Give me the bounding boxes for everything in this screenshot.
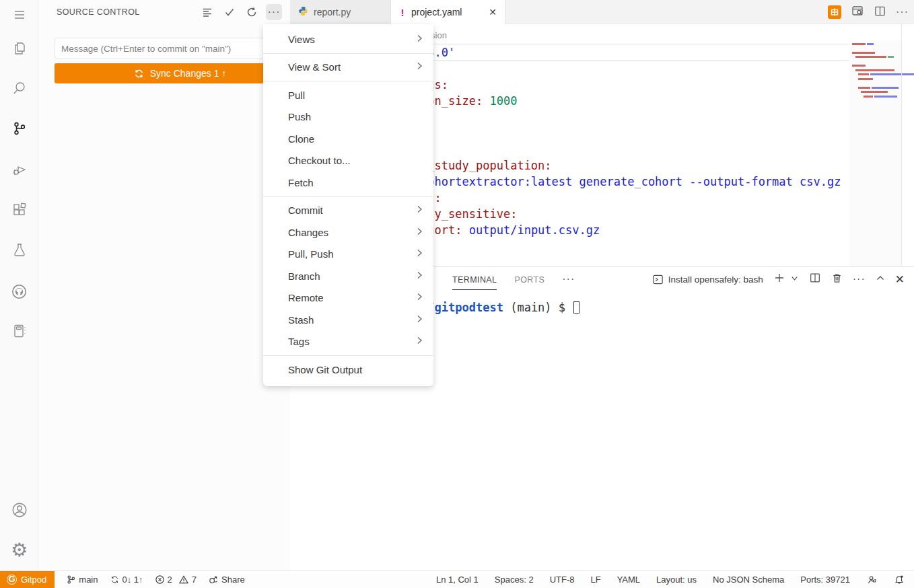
trash-icon[interactable]	[831, 272, 843, 287]
menu-item-show-git-output[interactable]: Show Git Output	[263, 359, 433, 381]
menu-separator	[263, 196, 433, 197]
tab-bar: report.py ! project.yaml ✕ ···	[290, 0, 914, 24]
menu-item-pull-push[interactable]: Pull, Push	[263, 244, 433, 266]
activity-bar: ⚙	[0, 0, 38, 571]
more-actions-icon[interactable]: ···	[266, 4, 282, 20]
tab-report-py[interactable]: report.py	[290, 0, 391, 24]
chevron-right-icon	[415, 292, 424, 303]
run-debug-icon[interactable]	[0, 155, 38, 184]
menu-item-branch[interactable]: Branch	[263, 265, 433, 287]
refresh-icon[interactable]	[244, 4, 260, 20]
minimap-line	[852, 52, 875, 54]
menu-separator	[263, 355, 433, 356]
chevron-right-icon	[415, 270, 424, 282]
minimap-scrollbar[interactable]	[901, 24, 902, 266]
sync-changes-label: Sync Changes 1 ↑	[150, 68, 227, 79]
chevron-right-icon	[415, 61, 424, 73]
menu-icon[interactable]	[0, 0, 38, 30]
terminal-launcher[interactable]: Install opensafely: bash	[652, 274, 763, 285]
error-icon	[155, 575, 165, 585]
eol[interactable]: LF	[590, 575, 600, 585]
chevron-right-icon	[415, 34, 424, 45]
indentation[interactable]: Spaces: 2	[495, 575, 534, 585]
menu-item-checkout-to[interactable]: Checkout to...	[263, 150, 433, 172]
panel-actions: Install opensafely: bash ··· ✕	[652, 267, 905, 291]
tab-terminal[interactable]: TERMINAL	[452, 269, 497, 290]
status-bar: G Gitpod main 0↓ 1↑ 2 7 Share Ln 1, Col …	[0, 571, 914, 588]
settings-gear-icon[interactable]: ⚙	[0, 536, 38, 565]
close-icon[interactable]: ✕	[489, 7, 497, 17]
menu-separator	[263, 81, 433, 81]
menu-item-push[interactable]: Push	[263, 106, 433, 128]
open-preview-icon[interactable]	[851, 4, 864, 20]
cursor-position[interactable]: Ln 1, Col 1	[436, 575, 479, 585]
problems-indicator[interactable]: 2 7	[155, 575, 197, 585]
branch-icon	[66, 575, 76, 585]
commit-check-icon[interactable]	[221, 4, 238, 20]
encoding[interactable]: UTF-8	[550, 575, 575, 585]
maximize-panel-icon[interactable]	[876, 273, 885, 285]
keyboard-layout[interactable]: Layout: us	[656, 575, 697, 585]
chevron-right-icon	[415, 205, 424, 216]
minimap-line	[855, 69, 894, 71]
minimap-line	[855, 56, 894, 58]
menu-item-fetch[interactable]: Fetch	[263, 172, 433, 194]
more-panel-tabs-icon[interactable]: ···	[562, 273, 575, 285]
share-icon	[208, 575, 219, 585]
menu-item-commit[interactable]: Commit	[263, 200, 433, 222]
notifications-bell-icon[interactable]	[894, 575, 905, 585]
source-control-sidebar: SOURCE CONTROL ··· Sync Changes 1 ↑	[38, 0, 290, 571]
minimap[interactable]	[849, 40, 902, 266]
menu-item-view-and-sort[interactable]: View & Sort	[263, 57, 433, 79]
menu-item-changes[interactable]: Changes	[263, 221, 433, 244]
tab-label: report.py	[314, 7, 351, 17]
menu-separator	[263, 53, 433, 54]
explorer-icon[interactable]	[0, 34, 38, 63]
account-icon[interactable]	[0, 495, 38, 525]
json-schema[interactable]: No JSON Schema	[713, 575, 784, 585]
python-icon	[298, 6, 308, 18]
split-editor-icon[interactable]	[874, 5, 886, 20]
branch-indicator[interactable]: main	[66, 575, 98, 585]
source-control-icon[interactable]	[0, 114, 38, 143]
chevron-right-icon	[415, 227, 424, 238]
more-actions-icon[interactable]: ···	[853, 273, 866, 285]
dropdown-chevron-icon[interactable]	[790, 273, 799, 285]
close-panel-icon[interactable]: ✕	[895, 272, 905, 287]
source-control-header: SOURCE CONTROL ···	[38, 0, 290, 24]
launcher-label: Install opensafely: bash	[668, 274, 763, 285]
source-control-context-menu: Views View & Sort Pull Push Clone Checko…	[263, 24, 433, 386]
table-icon[interactable]	[828, 5, 841, 19]
extensions-icon[interactable]	[0, 195, 38, 225]
menu-item-tags[interactable]: Tags	[263, 331, 433, 353]
test-beaker-icon[interactable]	[0, 235, 38, 265]
search-icon[interactable]	[0, 73, 38, 103]
split-panel-icon[interactable]	[809, 272, 821, 287]
more-actions-icon[interactable]: ···	[896, 6, 909, 18]
tab-label: project.yaml	[411, 7, 462, 17]
sync-indicator[interactable]: 0↓ 1↑	[110, 575, 143, 585]
minimap-line	[852, 43, 874, 45]
gitpod-label: Gitpod	[21, 575, 46, 585]
tab-project-yaml[interactable]: ! project.yaml ✕	[391, 0, 505, 24]
minimap-line	[858, 78, 873, 80]
tab-ports[interactable]: PORTS	[514, 269, 544, 290]
menu-item-remote[interactable]: Remote	[263, 287, 433, 309]
new-terminal-icon[interactable]	[773, 272, 785, 287]
menu-item-views[interactable]: Views	[263, 28, 433, 50]
sidebar-title: SOURCE CONTROL	[57, 7, 140, 17]
ports[interactable]: Ports: 39721	[800, 575, 850, 585]
sync-icon	[110, 575, 120, 585]
menu-item-clone[interactable]: Clone	[263, 128, 433, 150]
share-button[interactable]: Share	[208, 575, 245, 585]
menu-item-stash[interactable]: Stash	[263, 309, 433, 331]
github-icon[interactable]	[0, 277, 38, 306]
terminal-launch-icon	[652, 274, 664, 285]
notebook-icon[interactable]	[0, 316, 38, 346]
feedback-icon[interactable]	[866, 575, 878, 585]
gitpod-logo-icon: G	[7, 575, 17, 585]
menu-item-pull[interactable]: Pull	[263, 84, 433, 106]
view-as-list-icon[interactable]	[199, 4, 215, 20]
gitpod-remote-badge[interactable]: G Gitpod	[0, 571, 55, 588]
language-mode[interactable]: YAML	[617, 575, 640, 585]
